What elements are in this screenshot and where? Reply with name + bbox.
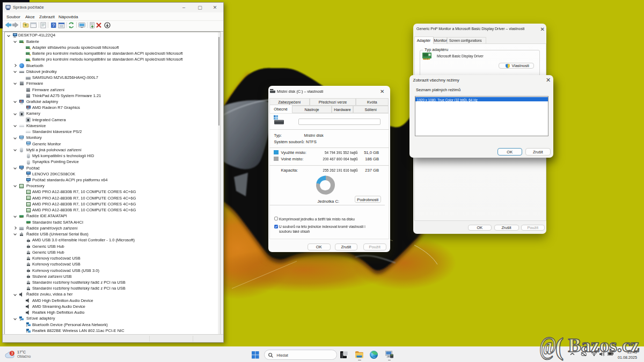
svg-text:?: ? xyxy=(52,23,55,28)
svg-text:3: 3 xyxy=(11,351,13,355)
